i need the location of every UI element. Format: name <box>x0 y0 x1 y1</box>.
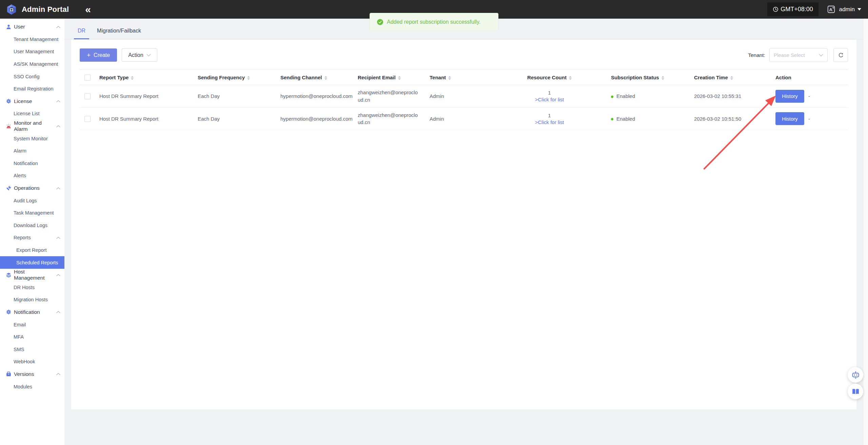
sidebar-item-user-management[interactable]: User Management <box>0 45 64 58</box>
sidebar-item-label: AS/SK Management <box>14 61 58 67</box>
sidebar-item-user[interactable]: User <box>0 21 64 33</box>
cell-resource-count: 1>Click for list <box>493 85 606 108</box>
column-header-creation-time[interactable]: Creation Time <box>689 70 771 85</box>
success-toast: Added report subscription successfully. <box>370 13 498 31</box>
assistant-button[interactable] <box>848 367 863 383</box>
sidebar-item-host-management[interactable]: Host Management <box>0 269 64 281</box>
sidebar-item-sso-config[interactable]: SSO Config <box>0 70 64 83</box>
sidebar-item-label: Reports <box>14 235 31 240</box>
sidebar-item-label: User Management <box>14 49 54 54</box>
row-checkbox[interactable] <box>84 93 91 99</box>
column-header-sending-frequency[interactable]: Sending Frequency <box>193 70 276 85</box>
sidebar-item-label: Tenant Management <box>14 37 58 42</box>
tab-migration-failback[interactable]: Migration/Failback <box>91 28 147 39</box>
sidebar-item-label: Operations <box>14 185 40 191</box>
sidebar-item-system-monitor[interactable]: System Monitor <box>0 132 64 145</box>
cell-creation-time: 2026-03-02 10:55:31 <box>689 85 771 108</box>
sort-icon[interactable] <box>662 76 664 80</box>
cell-tenant: Admin <box>425 107 493 130</box>
sidebar-item-alarm[interactable]: Alarm <box>0 145 64 157</box>
sidebar-item-sms[interactable]: SMS <box>0 343 64 356</box>
sort-icon[interactable] <box>569 76 572 80</box>
sidebar-item-export-report[interactable]: Export Report <box>0 244 64 257</box>
sort-icon[interactable] <box>730 76 733 80</box>
sidebar-item-notification[interactable]: Notification <box>0 157 64 170</box>
page-scrollbar[interactable] <box>863 19 868 445</box>
sidebar-item-audit-logs[interactable]: Audit Logs <box>0 194 64 207</box>
sidebar-item-migration-hosts[interactable]: Migration Hosts <box>0 294 64 306</box>
select-all-checkbox-header <box>80 70 95 85</box>
language-icon[interactable]: A <box>827 5 835 13</box>
tab-dr[interactable]: DR <box>72 28 91 39</box>
refresh-button[interactable] <box>833 48 848 62</box>
cell-recipient-email: zhangweizhen@oneprocloud.cn <box>353 85 425 108</box>
sidebar-item-label: Host Management <box>14 269 56 281</box>
sidebar-item-download-logs[interactable]: Download Logs <box>0 219 64 232</box>
sidebar-item-task-management[interactable]: Task Management <box>0 207 64 219</box>
cell-sending-channel: hypermotion@oneprocloud.com <box>276 107 353 130</box>
cell-subscription-status: Enabled <box>606 85 689 108</box>
username-label[interactable]: admin <box>839 6 855 13</box>
sidebar-item-versions[interactable]: Versions <box>0 368 64 381</box>
sidebar-item-dr-hosts[interactable]: DR Hosts <box>0 281 64 294</box>
sidebar-item-email[interactable]: Email <box>0 318 64 331</box>
sidebar-item-license[interactable]: License <box>0 95 64 108</box>
resource-count-link[interactable]: >Click for list <box>497 97 601 102</box>
sidebar-item-email-registration[interactable]: Email Registration <box>0 83 64 95</box>
column-header-resource-count[interactable]: Resource Count <box>493 70 606 85</box>
sidebar-item-scheduled-reports[interactable]: Scheduled Reports <box>0 256 64 269</box>
sort-icon[interactable] <box>324 76 327 80</box>
sort-icon[interactable] <box>247 76 250 80</box>
tenant-select[interactable]: Please Select <box>769 48 828 62</box>
history-button[interactable]: History <box>775 112 804 125</box>
sidebar-item-tenant-management[interactable]: Tenant Management <box>0 33 64 46</box>
sidebar-item-operations[interactable]: Operations <box>0 182 64 195</box>
create-button[interactable]: + Create <box>80 48 117 62</box>
chevron-up-icon <box>56 274 60 276</box>
resource-count-link[interactable]: >Click for list <box>497 119 601 125</box>
chevron-up-icon <box>56 100 60 102</box>
sidebar-item-modules[interactable]: Modules <box>0 380 64 393</box>
column-header-recipient-email[interactable]: Recipient Email <box>353 70 425 85</box>
select-all-checkbox[interactable] <box>84 75 91 81</box>
sidebar-item-notification[interactable]: Notification <box>0 306 64 319</box>
sidebar-item-label: SMS <box>14 347 24 352</box>
content-panel: + Create Action Tenant: Please Select Re… <box>71 40 856 409</box>
sidebar-item-mfa[interactable]: MFA <box>0 331 64 343</box>
sort-icon[interactable] <box>398 76 401 80</box>
sidebar-item-license-list[interactable]: License List <box>0 107 64 120</box>
column-header-tenant[interactable]: Tenant <box>425 70 493 85</box>
status-label: Enabled <box>616 116 635 122</box>
sidebar-item-monitor-and-alarm[interactable]: Monitor and Alarm <box>0 120 64 133</box>
success-check-icon <box>377 19 383 25</box>
documentation-button[interactable] <box>848 384 863 399</box>
sidebar-item-label: User <box>14 24 25 30</box>
cell-row-checkbox <box>80 107 95 130</box>
column-header-report-type[interactable]: Report Type <box>95 70 193 85</box>
sort-icon[interactable] <box>131 76 134 80</box>
reports-table: Report TypeSending FrequencySending Chan… <box>80 69 848 130</box>
sidebar-item-webhook[interactable]: WebHook <box>0 356 64 368</box>
collapse-sidebar-icon[interactable]: « <box>85 4 91 15</box>
sidebar-item-label: Monitor and Alarm <box>14 120 56 132</box>
table-row: Host DR Summary ReportEach Dayhypermotio… <box>80 107 848 130</box>
sidebar-item-as-sk-management[interactable]: AS/SK Management <box>0 58 64 70</box>
cell-action: History- <box>771 107 848 130</box>
robot-icon <box>851 370 860 380</box>
sidebar-item-reports[interactable]: Reports <box>0 231 64 244</box>
row-checkbox[interactable] <box>84 116 91 122</box>
cell-tenant: Admin <box>425 85 493 108</box>
history-button[interactable]: History <box>775 90 804 103</box>
action-dropdown-button[interactable]: Action <box>122 48 157 62</box>
status-label: Enabled <box>616 93 635 99</box>
chevron-up-icon <box>56 26 60 28</box>
sort-icon[interactable] <box>448 76 451 80</box>
column-header-subscription-status[interactable]: Subscription Status <box>606 70 689 85</box>
status-dot <box>611 96 613 98</box>
chevron-up-icon <box>56 373 60 375</box>
cell-creation-time: 2026-03-02 10:51:50 <box>689 107 771 130</box>
status-dot <box>611 118 613 120</box>
user-menu-caret-icon[interactable] <box>857 8 861 11</box>
sidebar-item-alerts[interactable]: Alerts <box>0 169 64 182</box>
column-header-sending-channel[interactable]: Sending Channel <box>276 70 353 85</box>
